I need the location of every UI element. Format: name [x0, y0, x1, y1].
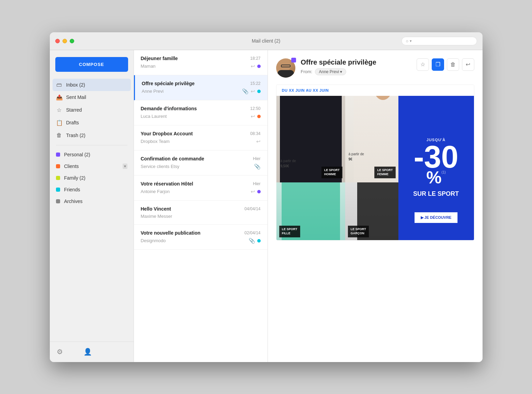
trash-label: Trash (2): [66, 133, 127, 138]
email-subject-8: Votre nouvelle publication: [141, 230, 201, 236]
reply-icon-4: ↩: [256, 138, 261, 145]
promo-top-row: à partir de9,50€ LE SPORTHOMME à partir …: [276, 96, 398, 182]
woman-price: à partir de9€: [349, 151, 364, 162]
traffic-lights: [55, 39, 74, 43]
sidebar-item-archives[interactable]: Archives: [53, 195, 131, 207]
email-actions-5: 📎: [254, 164, 261, 170]
sidebar-item-family[interactable]: Family (2): [53, 172, 131, 184]
email-time-1: 18:27: [250, 56, 260, 61]
face-body: [278, 70, 294, 78]
minimize-button[interactable]: [63, 39, 67, 43]
promo-right-panel: JUSQU'À -30 % (1) SUR LE SPORT ▶ JE DÉCO…: [398, 96, 474, 240]
email-list: Déjeuner famille 18:27 Maman ↩ Offre spé…: [134, 50, 268, 362]
reply-icon-6: ↩: [251, 189, 255, 195]
email-subject-6: Votre réservation Hôtel: [141, 181, 193, 187]
discover-button[interactable]: ▶ JE DÉCOUVRE: [415, 212, 458, 223]
email-subject-2: Offre spéciale privilège: [142, 81, 195, 86]
email-item-2[interactable]: Offre spéciale privilège 15:22 Anne Prev…: [134, 75, 268, 100]
avatar-wrap: [276, 58, 295, 78]
from-name[interactable]: Anne Previ ▾: [315, 68, 346, 75]
copy-button[interactable]: ❐: [432, 58, 444, 71]
promo-bottom-row: LE SPORTFILLE LE SPORTGARÇON: [276, 182, 398, 240]
girl-section: LE SPORTFILLE: [276, 182, 345, 240]
maximize-button[interactable]: [70, 39, 74, 43]
sport-fille-label: LE SPORTFILLE: [279, 226, 300, 237]
starred-icon: ☆: [56, 107, 62, 113]
sport-homme-label: LE SPORTHOMME: [321, 167, 342, 178]
archives-dot: [56, 199, 60, 203]
clients-chevron-icon: ▾: [123, 164, 127, 169]
sidebar-item-inbox[interactable]: 🗃 Inbox (2): [53, 79, 131, 91]
sidebar-item-trash[interactable]: 🗑 Trash (2): [53, 129, 131, 142]
sport-garcon-label: LE SPORTGARÇON: [348, 226, 369, 237]
friends-label: Friends: [64, 187, 127, 192]
email-subject-3: Demande d'informations: [141, 106, 197, 111]
dot-8: [257, 239, 261, 243]
sidebar-nav: 🗃 Inbox (2) 📤 Sent Mail ☆ Starred 📋 Draf…: [50, 79, 134, 341]
promo-left-area: à partir de9,50€ LE SPORTHOMME à partir …: [276, 96, 398, 240]
detail-from: From: Anne Previ ▾: [301, 68, 411, 75]
sidebar-item-friends[interactable]: Friends: [53, 184, 131, 195]
detail-actions: ☆ ❐ 🗑 ↩: [417, 58, 474, 71]
email-item-1[interactable]: Déjeuner famille 18:27 Maman ↩: [134, 50, 268, 75]
email-time-2: 15:22: [250, 81, 260, 86]
email-item-4[interactable]: Your Dropbox Account 08:34 Dropbox Team …: [134, 125, 268, 150]
sidebar-item-sent[interactable]: 📤 Sent Mail: [53, 91, 131, 104]
attachment-icon-2: 📎: [242, 88, 249, 94]
friends-dot: [56, 188, 60, 192]
profile-icon[interactable]: 👤: [83, 348, 92, 356]
reply-icon-1: ↩: [251, 63, 255, 69]
email-subject-1: Déjeuner famille: [141, 56, 178, 61]
discount-percent: %: [426, 168, 441, 188]
inbox-label: Inbox (2): [66, 82, 127, 88]
email-subject-4: Your Dropbox Account: [141, 131, 193, 136]
family-label: Family (2): [64, 175, 127, 181]
reply-button[interactable]: ↩: [462, 58, 474, 71]
sidebar: COMPOSE 🗃 Inbox (2) 📤 Sent Mail ☆ Starre…: [50, 50, 134, 362]
email-item-5[interactable]: Confirmation de commande Hier Service cl…: [134, 150, 268, 176]
drafts-icon: 📋: [56, 120, 62, 126]
sidebar-item-clients[interactable]: Clients ▾: [53, 160, 131, 172]
star-icon: ☆: [420, 61, 425, 68]
sent-label: Sent Mail: [66, 94, 127, 100]
delete-button[interactable]: 🗑: [447, 58, 459, 71]
promo-date-range: DU XX JUIN AU XX JUIN: [276, 85, 474, 96]
email-item-3[interactable]: Demande d'informations 12:50 Luca Lauren…: [134, 100, 268, 125]
starred-label: Starred: [66, 107, 127, 113]
search-bar[interactable]: ○ ▾: [401, 37, 477, 45]
boy-section: LE SPORTGARÇON: [345, 182, 398, 240]
email-item-7[interactable]: Hello Vincent 04/04/14 Maxime Messer: [134, 201, 268, 225]
compose-button[interactable]: COMPOSE: [55, 57, 128, 72]
discount-note: (1): [442, 170, 446, 174]
jusqu-a-label: JUSQU'À: [427, 138, 445, 142]
email-item-6[interactable]: Votre réservation Hôtel Hier Antoine Far…: [134, 176, 268, 201]
sidebar-separator: [56, 145, 127, 145]
dot-6: [257, 190, 261, 193]
close-button[interactable]: [55, 39, 60, 43]
email-time-3: 12:50: [250, 106, 260, 111]
delete-icon: 🗑: [450, 61, 456, 68]
detail-meta: Offre spéciale privilège From: Anne Prev…: [301, 58, 411, 75]
attachment-icon-8: 📎: [249, 238, 255, 244]
email-subject-5: Confirmation de commande: [141, 156, 204, 161]
email-sender-3: Luca Laurent: [141, 114, 167, 119]
sidebar-item-personal[interactable]: Personal (2): [53, 149, 131, 160]
trash-icon: 🗑: [56, 132, 62, 138]
tagline: SUR LE SPORT: [413, 190, 459, 198]
sidebar-item-drafts[interactable]: 📋 Drafts: [53, 116, 131, 129]
woman-section: à partir de9€ LE SPORTFEMME: [345, 96, 398, 182]
promo-container: DU XX JUIN AU XX JUIN à partir de9,50€: [276, 85, 474, 240]
email-subject-7: Hello Vincent: [141, 206, 171, 212]
email-time-4: 08:34: [250, 131, 260, 136]
clients-dot: [56, 164, 60, 168]
promo-main: à partir de9,50€ LE SPORTHOMME à partir …: [276, 96, 474, 240]
email-sender-7: Maxime Messer: [141, 214, 172, 219]
email-sender-4: Dropbox Team: [141, 139, 170, 144]
star-button[interactable]: ☆: [417, 58, 429, 71]
settings-icon[interactable]: ⚙: [57, 348, 63, 356]
email-item-8[interactable]: Votre nouvelle publication 02/04/14 Desi…: [134, 225, 268, 250]
sidebar-item-starred[interactable]: ☆ Starred: [53, 104, 131, 116]
title-bar: Mail client (2) ○ ▾: [50, 32, 483, 50]
avatar-badge: [291, 58, 296, 63]
email-actions-1: ↩: [251, 63, 261, 69]
